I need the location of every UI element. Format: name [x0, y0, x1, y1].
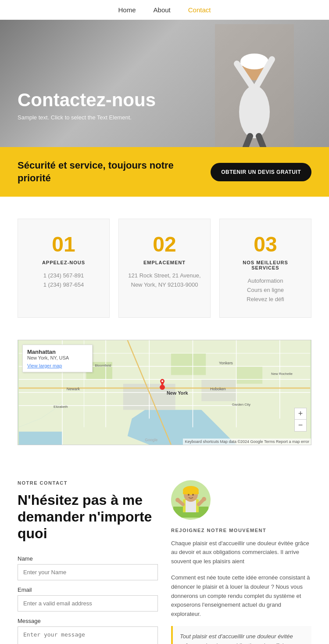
hero-worker-image — [215, 24, 294, 147]
hero-subtitle: Sample text. Click to select the Text El… — [18, 114, 156, 121]
card-location: 02 EMPLACEMENT 121 Rock Street, 21 Avenu… — [118, 219, 211, 317]
email-input[interactable] — [18, 595, 158, 612]
contact-section: NOTRE CONTACT N'hésitez pas à me demande… — [0, 463, 329, 644]
card-1-number: 01 — [27, 232, 100, 256]
view-larger-map[interactable]: View larger map — [27, 363, 62, 368]
contact-label: NOTRE CONTACT — [18, 480, 158, 486]
zoom-out-button[interactable]: − — [295, 420, 306, 431]
svg-text:Elizabeth: Elizabeth — [54, 404, 68, 408]
svg-line-7 — [246, 136, 250, 147]
promo-banner: Sécurité et service, toujours notre prio… — [0, 147, 329, 197]
quote-button[interactable]: OBTENIR UN DEVIS GRATUIT — [211, 163, 311, 181]
map-zoom-controls: + − — [294, 408, 307, 432]
name-input[interactable] — [18, 564, 158, 580]
card-2-body: 121 Rock Street, 21 Avenue,New York, NY … — [128, 271, 201, 290]
svg-rect-16 — [171, 353, 206, 375]
card-2-number: 02 — [128, 232, 201, 256]
card-1-body: 1 (234) 567-8911 (234) 987-654 — [27, 271, 100, 290]
svg-point-46 — [161, 380, 163, 382]
rejoindre-title: REJOIGNEZ NOTRE MOUVEMENT — [171, 528, 311, 533]
svg-text:New York: New York — [167, 390, 189, 396]
rejoindre-paragraph-2: Comment est née toute cette idée erronée… — [171, 573, 311, 619]
contact-form-panel: NOTRE CONTACT N'hésitez pas à me demande… — [18, 480, 158, 644]
nav-about[interactable]: About — [154, 6, 171, 14]
name-label: Name — [18, 555, 158, 562]
nav-contact[interactable]: Contact — [188, 6, 211, 14]
svg-line-8 — [259, 136, 263, 147]
map-place-name: Manhattan — [27, 349, 88, 355]
card-1-title: APPELEZ-NOUS — [27, 260, 100, 265]
quote-text: Tout plaisir est d'accueillir une douleu… — [180, 633, 293, 644]
map-section: New York Newark Hoboken Hackensack Yonke… — [0, 335, 329, 463]
card-3-number: 03 — [229, 232, 302, 256]
map-place-sub: New York, NY, USA — [27, 355, 88, 360]
svg-rect-17 — [236, 366, 263, 384]
svg-text:Newark: Newark — [67, 387, 80, 391]
hero-text-block: Contactez-nous Sample text. Click to sel… — [18, 90, 156, 121]
svg-text:Bloomfield: Bloomfield — [95, 363, 111, 367]
svg-text:Hoboken: Hoboken — [210, 387, 226, 391]
zoom-in-button[interactable]: + — [295, 408, 306, 420]
svg-rect-55 — [183, 491, 199, 494]
quote-block: Tout plaisir est d'accueillir une douleu… — [171, 626, 311, 644]
svg-point-1 — [239, 86, 270, 138]
svg-text:Yonkers: Yonkers — [219, 360, 233, 365]
contact-info-panel: REJOIGNEZ NOTRE MOUVEMENT Chaque plaisir… — [171, 480, 311, 644]
svg-point-60 — [175, 498, 180, 502]
form-message-group: Message — [18, 618, 158, 644]
svg-text:Google: Google — [145, 438, 157, 442]
card-2-title: EMPLACEMENT — [128, 260, 201, 265]
form-email-group: Email — [18, 586, 158, 612]
map-info-box: Manhattan New York, NY, USA View larger … — [22, 345, 93, 372]
contact-heading: N'hésitez pas à me demander n'importe qu… — [18, 492, 158, 542]
message-textarea[interactable] — [18, 626, 158, 644]
map-footer-text: Keyboard shortcuts Map data ©2024 Google… — [183, 439, 311, 445]
rejoindre-paragraph-1: Chaque plaisir est d'accueillir une doul… — [171, 539, 311, 566]
svg-point-56 — [188, 494, 190, 496]
svg-point-57 — [192, 494, 194, 496]
card-phone: 01 APPELEZ-NOUS 1 (234) 567-8911 (234) 9… — [18, 219, 110, 317]
card-3-body: AutoformationCours en ligneRelevez le dé… — [229, 277, 302, 304]
banner-text: Sécurité et service, toujours notre prio… — [18, 159, 184, 184]
info-cards-section: 01 APPELEZ-NOUS 1 (234) 567-8911 (234) 9… — [0, 210, 329, 335]
svg-text:Garden City: Garden City — [232, 402, 250, 406]
hero-title: Contactez-nous — [18, 90, 156, 111]
hero-section: Contactez-nous Sample text. Click to sel… — [0, 20, 329, 147]
card-3-title: NOS MEILLEURS SERVICES — [229, 260, 302, 270]
message-label: Message — [18, 618, 158, 624]
svg-rect-12 — [19, 432, 62, 445]
map-container[interactable]: New York Newark Hoboken Hackensack Yonke… — [18, 340, 311, 445]
svg-rect-52 — [186, 500, 196, 512]
svg-rect-4 — [240, 61, 268, 66]
card-services: 03 NOS MEILLEURS SERVICES AutoformationC… — [219, 219, 311, 317]
svg-point-61 — [202, 497, 206, 501]
form-name-group: Name — [18, 555, 158, 580]
navigation: Home About Contact — [0, 0, 329, 20]
email-label: Email — [18, 586, 158, 593]
nav-home[interactable]: Home — [118, 6, 136, 14]
svg-text:New Rochelle: New Rochelle — [271, 372, 293, 376]
contact-avatar — [171, 480, 211, 520]
